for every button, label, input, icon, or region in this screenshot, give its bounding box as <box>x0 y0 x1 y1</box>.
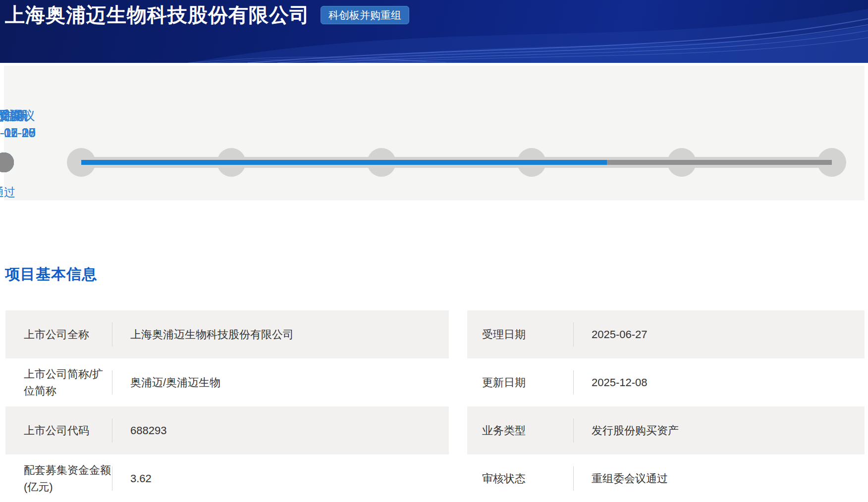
cell-divider <box>573 466 574 491</box>
row-value: 2025-12-08 <box>592 375 648 390</box>
table-row: 审核状态 重组委会议通过 <box>467 454 865 502</box>
table-row: 受理日期 2025-06-27 <box>467 310 865 358</box>
cell-divider <box>112 466 112 491</box>
section-title-basic-info: 项目基本信息 <box>5 264 97 285</box>
audit-progress-timeline: 已受理 2025-06-27 已问询 2025-07-10 已回复 2025-1… <box>4 66 865 201</box>
row-label: 上市公司简称/扩位简称 <box>24 366 112 400</box>
row-label: 更新日期 <box>482 374 573 391</box>
step-date: 2025-12-08 <box>0 126 36 140</box>
table-row: 上市公司代码 688293 <box>5 406 449 454</box>
row-label: 受理日期 <box>482 326 573 343</box>
row-value: 奥浦迈/奥浦迈生物 <box>130 375 220 390</box>
board-type-badge: 科创板并购重组 <box>321 6 409 24</box>
row-value: 688293 <box>130 423 166 438</box>
row-label: 上市公司代码 <box>24 422 112 439</box>
cell-divider <box>573 370 574 395</box>
step-name: 注册结果 <box>0 107 29 124</box>
row-value: 发行股份购买资产 <box>592 423 679 438</box>
table-row: 上市公司简称/扩位简称 奥浦迈/奥浦迈生物 <box>5 358 449 406</box>
step-result-note: 通过 <box>0 185 15 200</box>
page-header: 上海奥浦迈生物科技股份有限公司 科创板并购重组 <box>0 0 868 63</box>
row-label: 业务类型 <box>482 422 573 439</box>
cell-divider <box>112 322 112 347</box>
row-value: 2025-06-27 <box>592 327 648 342</box>
table-row: 业务类型 发行股份购买资产 <box>467 406 865 454</box>
progress-line-completed <box>81 160 607 165</box>
basic-info-table-right: 受理日期 2025-06-27 更新日期 2025-12-08 业务类型 发行股… <box>467 310 865 502</box>
step-node-dot <box>0 152 14 172</box>
row-value: 上海奥浦迈生物科技股份有限公司 <box>130 327 294 342</box>
basic-info-table-left: 上市公司全称 上海奥浦迈生物科技股份有限公司 上市公司简称/扩位简称 奥浦迈/奥… <box>5 310 449 502</box>
cell-divider <box>112 370 112 395</box>
cell-divider <box>112 418 112 443</box>
cell-divider <box>573 322 574 347</box>
row-value: 重组委会议通过 <box>592 471 668 486</box>
company-title: 上海奥浦迈生物科技股份有限公司 <box>5 3 310 27</box>
row-label: 配套募集资金金额(亿元) <box>24 462 112 496</box>
progress-line-pending <box>607 160 832 165</box>
table-row: 上市公司全称 上海奥浦迈生物科技股份有限公司 <box>5 310 449 358</box>
table-row: 配套募集资金金额(亿元) 3.62 <box>5 454 449 502</box>
row-value: 3.62 <box>130 471 152 486</box>
cell-divider <box>573 418 574 443</box>
row-label: 审核状态 <box>482 470 573 487</box>
table-row: 更新日期 2025-12-08 <box>467 358 865 406</box>
row-label: 上市公司全称 <box>24 326 112 343</box>
